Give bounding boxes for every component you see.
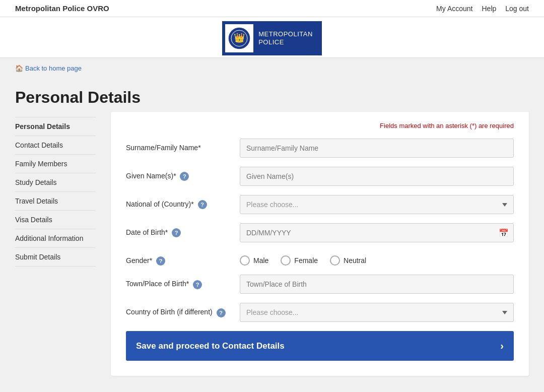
surname-row: Surname/Family Name* (126, 139, 514, 158)
help-link[interactable]: Help (482, 5, 496, 13)
sidebar-item-study-details[interactable]: Study Details (15, 173, 96, 192)
dob-label: Date of Birth* ? (126, 223, 232, 237)
gender-neutral-label: Neutral (344, 256, 366, 265)
save-proceed-button[interactable]: Save and proceed to Contact Details › (126, 331, 514, 361)
page-title: Personal Details (15, 88, 529, 107)
country-birth-select[interactable]: Please choose... (240, 303, 514, 322)
required-notice: Fields marked with an asterisk (*) are r… (126, 122, 514, 129)
gender-field: Male Female Neutral (240, 251, 514, 266)
sidebar-item-submit-details[interactable]: Submit Details (15, 248, 96, 267)
header-band: 👑 METROPOLITAN POLICE (0, 17, 544, 58)
dob-help-icon[interactable]: ? (172, 228, 181, 237)
given-name-input[interactable] (240, 167, 514, 186)
given-name-label: Given Name(s)* ? (126, 167, 232, 181)
dob-field: 📅 (240, 223, 514, 242)
gender-neutral-radio[interactable] (330, 255, 340, 266)
national-help-icon[interactable]: ? (198, 200, 207, 209)
country-birth-label: Country of Birth (if different) ? (126, 303, 232, 317)
gender-male-label: Male (253, 256, 268, 265)
town-row: Town/Place of Birth* ? (126, 275, 514, 294)
dob-input[interactable] (240, 223, 514, 242)
nav-links: My Account Help Log out (436, 5, 529, 13)
sidebar-item-personal-details[interactable]: Personal Details (15, 117, 96, 136)
gender-female-radio[interactable] (281, 255, 291, 266)
sidebar-item-family-members[interactable]: Family Members (15, 155, 96, 173)
given-name-help-icon[interactable]: ? (180, 172, 189, 181)
surname-input[interactable] (240, 139, 514, 158)
submit-arrow-icon: › (500, 340, 504, 352)
national-row: National of (Country)* ? Please choose..… (126, 195, 514, 214)
log-out-link[interactable]: Log out (505, 5, 529, 13)
town-input[interactable] (240, 275, 514, 294)
back-to-home-link[interactable]: 🏠Back to home page (15, 64, 82, 72)
national-field: Please choose... (240, 195, 514, 214)
gender-male-radio[interactable] (240, 255, 250, 266)
town-field (240, 275, 514, 294)
given-name-row: Given Name(s)* ? (126, 167, 514, 186)
national-select[interactable]: Please choose... (240, 195, 514, 214)
logo-text: METROPOLITAN POLICE (258, 30, 313, 46)
surname-field (240, 139, 514, 158)
gender-male-option[interactable]: Male (240, 255, 268, 266)
my-account-link[interactable]: My Account (436, 5, 472, 13)
gender-help-icon[interactable]: ? (156, 256, 165, 266)
brand-name: Metropolitan Police OVRO (15, 4, 109, 13)
form-panel: Fields marked with an asterisk (*) are r… (111, 112, 529, 376)
logo-container: 👑 METROPOLITAN POLICE (222, 21, 322, 55)
country-birth-help-icon[interactable]: ? (217, 308, 226, 317)
sidebar-item-contact-details[interactable]: Contact Details (15, 136, 96, 155)
sidebar-item-visa-details[interactable]: Visa Details (15, 211, 96, 229)
logo-crest-icon: 👑 (225, 24, 253, 52)
sidebar: Personal Details Contact Details Family … (15, 112, 96, 376)
svg-text:👑: 👑 (234, 32, 245, 43)
town-help-icon[interactable]: ? (193, 280, 202, 289)
home-icon: 🏠 (15, 64, 23, 72)
surname-label: Surname/Family Name* (126, 139, 232, 152)
logo-line2: POLICE (258, 38, 313, 46)
gender-neutral-option[interactable]: Neutral (330, 255, 366, 266)
dob-row: Date of Birth* ? 📅 (126, 223, 514, 242)
gender-female-option[interactable]: Female (281, 255, 318, 266)
sidebar-item-travel-details[interactable]: Travel Details (15, 192, 96, 211)
save-proceed-label: Save and proceed to Contact Details (136, 341, 285, 351)
back-link-bar: 🏠Back to home page (0, 58, 544, 78)
national-label: National of (Country)* ? (126, 195, 232, 209)
gender-female-label: Female (294, 256, 318, 265)
logo-line1: METROPOLITAN (258, 30, 313, 38)
gender-label: Gender* ? (126, 251, 232, 266)
gender-row: Gender* ? Male Female Neutral (126, 251, 514, 266)
town-label: Town/Place of Birth* ? (126, 275, 232, 289)
country-birth-row: Country of Birth (if different) ? Please… (126, 303, 514, 322)
top-nav: Metropolitan Police OVRO My Account Help… (0, 0, 544, 17)
sidebar-item-additional-information[interactable]: Additional Information (15, 229, 96, 248)
page-wrapper: Personal Details Contact Details Family … (0, 112, 544, 391)
given-name-field (240, 167, 514, 186)
gender-radio-group: Male Female Neutral (240, 251, 514, 266)
page-title-area: Personal Details (0, 78, 544, 112)
country-birth-field: Please choose... (240, 303, 514, 322)
